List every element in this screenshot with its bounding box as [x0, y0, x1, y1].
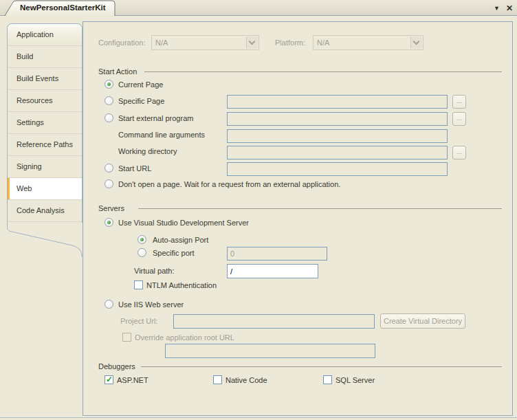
- sidebar-item-code-analysis[interactable]: Code Analysis: [8, 200, 82, 222]
- configuration-value: N/A: [155, 38, 168, 47]
- start-external-program-label: Start external program: [118, 114, 193, 122]
- working-directory-field[interactable]: [227, 146, 448, 159]
- sidebar-item-build-events[interactable]: Build Events: [8, 68, 82, 90]
- dont-open-page-label: Don't open a page. Wait for a request fr…: [118, 180, 340, 188]
- virtual-path-field[interactable]: [227, 264, 318, 278]
- web-settings-panel: Configuration: N/A Platform: N/A Start A…: [82, 21, 513, 416]
- use-vs-dev-server-label: Use Visual Studio Development Server: [118, 219, 249, 227]
- override-root-url-label: Override application root URL: [135, 333, 234, 342]
- command-line-arguments-label: Command line arguments: [118, 131, 205, 139]
- use-vs-dev-server-radio[interactable]: [104, 218, 113, 227]
- command-line-arguments-field[interactable]: [227, 129, 448, 143]
- virtual-path-label: Virtual path:: [134, 267, 175, 275]
- sql-server-debugger-label: SQL Server: [336, 376, 375, 384]
- platform-dropdown[interactable]: N/A: [313, 35, 424, 50]
- sidebar-item-label: Code Analysis: [16, 206, 65, 214]
- servers-section-title: Servers: [98, 204, 124, 212]
- sidebar-item-label: Resources: [16, 96, 53, 104]
- chevron-down-icon: [249, 38, 256, 45]
- sidebar-item-label: Application: [16, 30, 54, 38]
- specific-page-field[interactable]: [227, 95, 448, 109]
- start-external-program-browse-button[interactable]: ...: [452, 112, 466, 126]
- dont-open-page-radio[interactable]: [104, 179, 113, 188]
- project-url-label: Project Url:: [120, 317, 157, 325]
- platform-dropdown-button[interactable]: [410, 36, 422, 49]
- document-bottom-edge: [0, 417, 517, 418]
- category-tab-strip: Application Build Build Events Resources…: [7, 23, 82, 223]
- aspnet-debugger-label: ASP.NET: [117, 376, 148, 384]
- project-url-field[interactable]: [173, 314, 375, 329]
- working-directory-browse-button[interactable]: ...: [452, 146, 466, 159]
- close-icon[interactable]: ✕: [506, 3, 513, 13]
- chevron-down-icon: [413, 38, 420, 45]
- specific-port-radio[interactable]: [138, 248, 146, 257]
- sidebar-item-web[interactable]: Web: [8, 178, 82, 200]
- sidebar-item-label: Reference Paths: [16, 140, 73, 148]
- create-virtual-directory-button[interactable]: Create Virtual Directory: [380, 313, 465, 329]
- specific-port-field[interactable]: 0: [227, 247, 327, 261]
- sidebar-item-resources[interactable]: Resources: [8, 90, 82, 112]
- current-page-label: Current Page: [118, 80, 163, 89]
- document-tabstrip: NewPersonalStarterKit ▼ ✕: [0, 0, 517, 16]
- configuration-dropdown-button[interactable]: [246, 36, 258, 49]
- sidebar-item-reference-paths[interactable]: Reference Paths: [8, 134, 82, 156]
- override-root-url-field[interactable]: [165, 344, 375, 358]
- start-action-section-title: Start Action: [98, 67, 137, 76]
- native-code-debugger-checkbox[interactable]: [213, 375, 222, 384]
- tabstrip-actions: ▼ ✕: [494, 0, 513, 16]
- specific-page-radio[interactable]: [104, 96, 113, 105]
- working-directory-label: Working directory: [118, 147, 177, 155]
- specific-port-label: Specific port: [153, 249, 195, 257]
- start-external-program-field[interactable]: [227, 112, 448, 126]
- use-iis-web-server-radio[interactable]: [104, 300, 113, 309]
- sidebar-item-label: Web: [16, 184, 32, 192]
- override-root-url-checkbox[interactable]: [122, 333, 131, 342]
- document-tab-label: NewPersonalStarterKit: [20, 3, 106, 12]
- use-iis-web-server-label: Use IIS Web server: [118, 300, 184, 309]
- start-external-program-radio[interactable]: [104, 113, 113, 122]
- start-url-field[interactable]: [227, 162, 448, 176]
- sidebar-item-label: Build Events: [16, 74, 58, 82]
- sidebar-item-label: Build: [16, 52, 33, 60]
- sidebar-item-application[interactable]: Application: [8, 24, 82, 46]
- project-designer-window: NewPersonalStarterKit ▼ ✕ Application Bu…: [0, 0, 517, 420]
- sidebar-item-label: Signing: [16, 162, 42, 170]
- auto-assign-port-radio[interactable]: [138, 235, 146, 244]
- tab-list-dropdown-icon[interactable]: ▼: [494, 5, 500, 12]
- current-page-radio[interactable]: [104, 80, 113, 89]
- document-tab[interactable]: NewPersonalStarterKit: [4, 0, 117, 16]
- specific-page-label: Specific Page: [118, 97, 164, 105]
- ntlm-authentication-label: NTLM Authentication: [146, 281, 217, 289]
- section-divider: [138, 208, 502, 209]
- configuration-dropdown[interactable]: N/A: [151, 35, 259, 50]
- configuration-label: Configuration:: [98, 38, 146, 47]
- start-url-label: Start URL: [118, 164, 151, 173]
- specific-page-browse-button[interactable]: ...: [452, 95, 466, 109]
- sidebar-item-settings[interactable]: Settings: [8, 112, 82, 134]
- category-tab-strip-tail: [7, 223, 82, 257]
- platform-label: Platform:: [275, 38, 305, 47]
- sidebar-item-build[interactable]: Build: [8, 46, 82, 68]
- section-divider: [141, 366, 502, 367]
- section-divider: [144, 71, 502, 72]
- platform-value: N/A: [317, 38, 329, 47]
- auto-assign-port-label: Auto-assign Port: [153, 236, 208, 244]
- ntlm-authentication-checkbox[interactable]: [134, 280, 143, 289]
- sidebar-item-signing[interactable]: Signing: [8, 156, 82, 178]
- start-url-radio[interactable]: [104, 164, 113, 173]
- debuggers-section-title: Debuggers: [98, 362, 135, 371]
- sql-server-debugger-checkbox[interactable]: [323, 375, 332, 384]
- sidebar-item-label: Settings: [16, 118, 44, 126]
- native-code-debugger-label: Native Code: [226, 376, 267, 384]
- aspnet-debugger-checkbox[interactable]: [104, 375, 113, 384]
